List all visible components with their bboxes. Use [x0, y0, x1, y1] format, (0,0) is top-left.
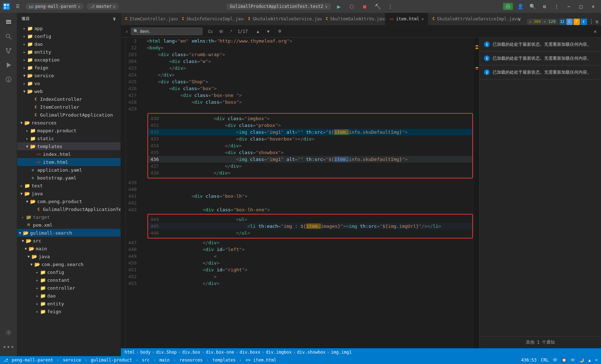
tree-item-test[interactable]: ▸ 📁 test — [17, 182, 121, 190]
tab-close-button[interactable]: × — [421, 16, 424, 22]
folder-icon: 📁 — [40, 309, 46, 314]
tree-item-compengproduct[interactable]: ▼ 📂 com.peng.product — [17, 197, 121, 205]
warnings-indicator[interactable]: ⚠ 384 ✓ 120 — [527, 19, 558, 25]
browser-intellij[interactable]: IJ — [559, 19, 566, 25]
tree-item-entity[interactable]: ▸ 📁 entity — [17, 48, 121, 56]
next-match-button[interactable]: ▼ — [264, 28, 273, 35]
tree-item-entity2[interactable]: ▸ 📁 entity — [17, 300, 121, 308]
tree-item-indexcontroller[interactable]: C IndexController — [17, 95, 121, 103]
notification-footer[interactable]: 其他 1 个通知 — [480, 336, 601, 348]
tree-item-applicationyaml[interactable]: ⚙ application.yaml — [17, 166, 121, 174]
tree-item-dao[interactable]: ▸ 📁 dao — [17, 40, 121, 48]
tree-item-feign2[interactable]: ▸ 📁 feign — [17, 308, 121, 315]
status-service[interactable]: service — [63, 358, 81, 363]
tab-skultemsaleattrvo[interactable]: C SkultemSaleAttrVo.java — [322, 13, 385, 25]
tab-more-button[interactable]: ∨ — [515, 13, 524, 25]
regex-button[interactable]: .* — [227, 28, 234, 35]
html-file-icon: <> — [36, 159, 41, 165]
activity-item-settings[interactable] — [2, 326, 15, 339]
tree-item-main2[interactable]: ▼ 📂 main — [17, 245, 121, 252]
tree-item-web[interactable]: ▼ 📂 web — [17, 87, 121, 95]
activity-item-more[interactable]: ••• — [2, 340, 15, 353]
tree-item-bootstrapyaml[interactable]: ⚙ bootstrap.yaml — [17, 174, 121, 182]
tree-item-templates[interactable]: ▼ 📂 templates — [17, 142, 121, 150]
tree-item-app[interactable]: ▸ 📁 app — [17, 24, 121, 32]
minimize-button[interactable]: − — [564, 1, 574, 11]
tree-item-service[interactable]: ▼ 📂 service — [17, 72, 121, 79]
prev-match-button[interactable]: ▲ — [254, 28, 263, 35]
tree-item-mapper[interactable]: ▸ 📁 mapper.product — [17, 127, 121, 134]
tree-item-constant[interactable]: ▸ 📁 constant — [17, 276, 121, 284]
status-path3: resources — [180, 358, 203, 363]
match-case-button[interactable]: Cc — [205, 28, 215, 35]
status-subproject[interactable]: gulimall-product — [91, 358, 132, 363]
tree-item-java3[interactable]: ▼ 📂 java — [17, 252, 121, 260]
tree-item-target[interactable]: ▸ 📁 target — [17, 213, 121, 221]
browser-firefox[interactable]: F — [573, 19, 580, 25]
activity-item-search[interactable] — [2, 30, 15, 43]
code-scroll-area[interactable]: 2 <html lang="en" xmlns:th="http://www.t… — [126, 38, 474, 348]
close-search-button[interactable]: × — [594, 29, 597, 34]
tree-item-itemcontroller[interactable]: C ItemController — [17, 103, 121, 111]
more-run-actions[interactable]: ⋮ — [385, 1, 395, 11]
browser-edge[interactable]: E — [581, 19, 587, 25]
maximize-button[interactable]: □ — [576, 1, 586, 11]
status-project[interactable]: peng-mall-parent — [12, 358, 53, 363]
search-filter-button[interactable]: ⚙ — [275, 28, 284, 35]
tab-skuinfoserviceimpl[interactable]: C SkuInfoServiceImpl.java — [178, 13, 244, 25]
build-button[interactable]: 🔨 — [372, 1, 382, 11]
browser-chrome[interactable]: C — [566, 19, 573, 25]
tree-item-itemhtml[interactable]: <> item.html — [17, 158, 121, 166]
tree-item-gulimall-search[interactable]: ▼ 📂 gulimall-search — [17, 229, 121, 237]
tab-skusaleattrvalueserviceimpl[interactable]: C SkuSaleAttrValueServiceImpl.java — [428, 13, 515, 25]
status-bar: ⎇ peng-mall-parent › service › gulimall-… — [0, 356, 601, 364]
clear-search-button[interactable]: × — [171, 29, 174, 34]
tree-item-src2[interactable]: ▼ 📂 src — [17, 237, 121, 245]
tree-item-gulimallapp[interactable]: C GulimallProductApplication — [17, 111, 121, 119]
tree-item-java2[interactable]: ▼ 📂 java — [17, 190, 121, 197]
tree-item-exception[interactable]: ▸ 📁 exception — [17, 56, 121, 64]
split-editor[interactable]: ≡ — [596, 19, 598, 24]
debug-button[interactable]: ⬡ — [347, 1, 357, 11]
editor-options[interactable]: ⋮ — [588, 18, 594, 25]
activity-item-run[interactable] — [2, 59, 15, 72]
tree-item-vo[interactable]: ▸ 📁 vo — [17, 79, 121, 87]
hamburger-menu[interactable]: ☰ — [13, 3, 23, 10]
run-configuration[interactable]: GulimallProductApplicationTest.test2 ∨ — [226, 3, 331, 10]
search-collapse[interactable]: › — [125, 29, 128, 34]
tree-item-dao2[interactable]: ▸ 📁 dao — [17, 292, 121, 300]
tree-item-compengsearch[interactable]: ▼ 📂 com.peng.search — [17, 260, 121, 268]
minimap[interactable] — [474, 38, 479, 348]
tree-item-controller2[interactable]: ▸ 📁 controller — [17, 284, 121, 292]
project-selector[interactable]: pp peng-mall-parent ∨ — [25, 3, 84, 10]
tree-item-pomxml[interactable]: M pom.xml — [17, 221, 121, 229]
tab-skusaleattrvalueservice[interactable]: I SkuSaleAttrValueService.java — [244, 13, 322, 25]
activity-item-problems[interactable] — [2, 73, 15, 86]
activity-item-explorer[interactable] — [2, 16, 15, 29]
more-options[interactable]: ⋮ — [552, 1, 562, 11]
whole-word-button[interactable]: W — [217, 28, 225, 35]
tab-itemhtml[interactable]: <> item.html × — [385, 13, 428, 25]
run-button[interactable]: ▶ — [334, 1, 344, 11]
tab-itemcontroller[interactable]: C ItemController.java — [121, 13, 178, 25]
tree-item-feign[interactable]: ▸ 📁 feign — [17, 64, 121, 72]
search-everywhere-button[interactable]: 🔍 — [527, 1, 537, 11]
activity-item-git[interactable] — [2, 44, 15, 57]
close-button[interactable]: × — [588, 1, 598, 11]
settings-button[interactable]: ⚙ — [539, 1, 549, 11]
tree-item-static[interactable]: ▸ 📁 static — [17, 134, 121, 142]
stop-button[interactable]: ■ — [360, 1, 370, 11]
tree-item-config2[interactable]: ▸ 📁 config — [17, 268, 121, 276]
status-lang[interactable]: 中 — [553, 357, 557, 363]
search-input[interactable] — [140, 29, 168, 34]
tree-item-config[interactable]: ▸ 📁 config — [17, 32, 121, 40]
code-line-current: 436 <img class="img1" alt="" th:src="${i… — [148, 156, 472, 163]
tree-item-indexhtml[interactable]: <> index.html — [17, 150, 121, 158]
code-line: 440 — [126, 186, 474, 193]
tree-item-gulimalltest[interactable]: C GulimallProductApplicationTest — [17, 205, 121, 213]
sidebar-toggle[interactable]: ∨ — [113, 16, 116, 21]
code-text: </div> — [144, 65, 474, 72]
user-button[interactable]: 👤 — [515, 1, 525, 11]
tree-item-resources[interactable]: ▼ 📂 resources — [17, 119, 121, 127]
branch-selector[interactable]: ⎇ master ∨ — [87, 3, 119, 10]
